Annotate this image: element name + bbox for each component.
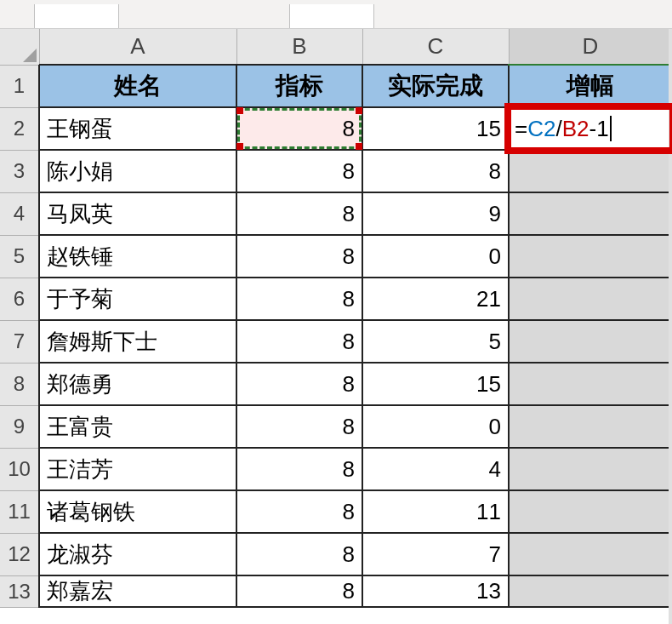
table-row: 12 龙淑芬 8 7 — [0, 533, 672, 575]
cell-b2[interactable]: 8 — [236, 107, 362, 150]
cell-c10[interactable]: 4 — [362, 448, 509, 490]
cell-c13[interactable]: 13 — [362, 575, 509, 607]
table-row: 9 王富贵 8 0 — [0, 405, 672, 448]
cell-d5[interactable] — [509, 235, 672, 278]
row-header-6[interactable]: 6 — [0, 278, 39, 320]
row-header-11[interactable]: 11 — [0, 490, 39, 533]
cell-c12[interactable]: 7 — [362, 533, 509, 575]
cell-a10[interactable]: 王洁芳 — [39, 448, 236, 490]
cell-b4[interactable]: 8 — [236, 192, 362, 235]
formula-ref-b2: B2 — [562, 116, 589, 142]
cell-d6[interactable] — [509, 278, 672, 320]
cell-c5[interactable]: 0 — [362, 235, 509, 278]
cell-b6[interactable]: 8 — [236, 278, 362, 320]
header-done[interactable]: 实际完成 — [362, 65, 509, 107]
text-cursor — [610, 116, 612, 141]
row-header-5[interactable]: 5 — [0, 235, 39, 278]
cell-a8[interactable]: 郑德勇 — [39, 363, 236, 405]
col-header-b[interactable]: B — [236, 29, 362, 65]
cell-b2-value: 8 — [343, 116, 355, 141]
cell-a11[interactable]: 诸葛钢铁 — [39, 490, 236, 533]
cell-b8[interactable]: 8 — [236, 363, 362, 405]
table-row: 3 陈小娟 8 8 — [0, 150, 672, 192]
table-row: 4 马凤英 8 9 — [0, 192, 672, 235]
formula-minus1: -1 — [589, 116, 608, 142]
cell-a7[interactable]: 詹姆斯下士 — [39, 320, 236, 363]
cell-c2[interactable]: 15 — [362, 107, 509, 150]
row-header-1[interactable]: 1 — [0, 65, 39, 107]
cell-c7[interactable]: 5 — [362, 320, 509, 363]
cell-c11[interactable]: 11 — [362, 490, 509, 533]
cell-b7[interactable]: 8 — [236, 320, 362, 363]
cell-c3[interactable]: 8 — [362, 150, 509, 192]
row-header-9[interactable]: 9 — [0, 405, 39, 448]
cell-b5[interactable]: 8 — [236, 235, 362, 278]
table-row: 11 诸葛钢铁 8 11 — [0, 490, 672, 533]
row-header-4[interactable]: 4 — [0, 192, 39, 235]
cell-b9[interactable]: 8 — [236, 405, 362, 448]
spreadsheet-grid[interactable]: A B C D 1 姓名 指标 实际完成 增幅 2 王钢蛋 8 15 =C2/B… — [0, 29, 672, 608]
formula-slash: / — [555, 116, 561, 142]
column-header-row: A B C D — [0, 29, 672, 65]
table-header-row: 1 姓名 指标 实际完成 增幅 — [0, 65, 672, 107]
header-target[interactable]: 指标 — [236, 65, 362, 107]
cell-c9[interactable]: 0 — [362, 405, 509, 448]
cell-b12[interactable]: 8 — [236, 533, 362, 575]
row-header-12[interactable]: 12 — [0, 533, 39, 575]
cell-c4[interactable]: 9 — [362, 192, 509, 235]
row-header-7[interactable]: 7 — [0, 320, 39, 363]
cell-d8[interactable] — [509, 363, 672, 405]
cell-d7[interactable] — [509, 320, 672, 363]
col-header-d[interactable]: D — [509, 29, 672, 65]
row-header-2[interactable]: 2 — [0, 107, 39, 150]
select-all-corner[interactable] — [0, 29, 39, 65]
cell-d2-editing[interactable]: =C2/B2-1 — [509, 107, 672, 150]
cell-a2[interactable]: 王钢蛋 — [39, 107, 236, 150]
cell-a4[interactable]: 马凤英 — [39, 192, 236, 235]
table-row: 7 詹姆斯下士 8 5 — [0, 320, 672, 363]
cell-d11[interactable] — [509, 490, 672, 533]
header-increase[interactable]: 增幅 — [509, 65, 672, 107]
col-header-c[interactable]: C — [362, 29, 509, 65]
row-header-8[interactable]: 8 — [0, 363, 39, 405]
sheet-table: A B C D 1 姓名 指标 实际完成 增幅 2 王钢蛋 8 15 =C2/B… — [0, 29, 672, 608]
cell-a9[interactable]: 王富贵 — [39, 405, 236, 448]
row-header-3[interactable]: 3 — [0, 150, 39, 192]
formula-input[interactable]: =C2/B2-1 — [510, 108, 671, 149]
table-row: 2 王钢蛋 8 15 =C2/B2-1 — [0, 107, 672, 150]
col-header-a[interactable]: A — [39, 29, 236, 65]
table-row: 8 郑德勇 8 15 — [0, 363, 672, 405]
cell-c6[interactable]: 21 — [362, 278, 509, 320]
cell-a6[interactable]: 于予菊 — [39, 278, 236, 320]
formula-eq: = — [515, 116, 527, 142]
table-row: 5 赵铁锤 8 0 — [0, 235, 672, 278]
cell-d10[interactable] — [509, 448, 672, 490]
cell-b10[interactable]: 8 — [236, 448, 362, 490]
table-row-partial: 13 郑嘉宏 8 13 — [0, 575, 672, 607]
cell-d3[interactable] — [509, 150, 672, 192]
formula-bar[interactable] — [0, 0, 672, 29]
cell-b3[interactable]: 8 — [236, 150, 362, 192]
cell-b13[interactable]: 8 — [236, 575, 362, 607]
cell-b11[interactable]: 8 — [236, 490, 362, 533]
row-header-13[interactable]: 13 — [0, 575, 39, 607]
cell-a3[interactable]: 陈小娟 — [39, 150, 236, 192]
cell-d9[interactable] — [509, 405, 672, 448]
formula-ref-c2: C2 — [527, 116, 555, 142]
cell-d13[interactable] — [509, 575, 672, 607]
cell-a13[interactable]: 郑嘉宏 — [39, 575, 236, 607]
cell-c8[interactable]: 15 — [362, 363, 509, 405]
cell-d4[interactable] — [509, 192, 672, 235]
header-name[interactable]: 姓名 — [39, 65, 236, 107]
table-row: 6 于予菊 8 21 — [0, 278, 672, 320]
table-row: 10 王洁芳 8 4 — [0, 448, 672, 490]
cell-d12[interactable] — [509, 533, 672, 575]
cell-a5[interactable]: 赵铁锤 — [39, 235, 236, 278]
row-header-10[interactable]: 10 — [0, 448, 39, 490]
cell-a12[interactable]: 龙淑芬 — [39, 533, 236, 575]
